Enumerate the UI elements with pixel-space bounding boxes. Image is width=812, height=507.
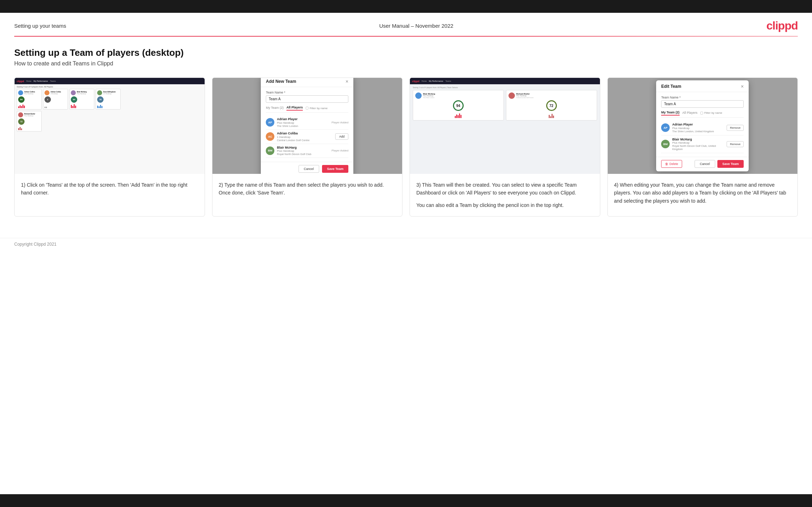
mock-nav-myperformance-3: My Performance — [429, 80, 443, 82]
card-4: Edit Team × Team Name * My Team (2) All … — [607, 78, 798, 217]
modal-player-handicap-3: Plus Handicap — [277, 149, 311, 153]
modal-2-cancel-button[interactable]: Cancel — [299, 165, 319, 173]
modal-4-save-button[interactable]: Save Team — [717, 160, 744, 168]
mock-team-player-info-1: Blair McHarg Plus Handicap The Shire Lon… — [423, 93, 435, 98]
edit-player-item-2: BM Blair McHarg Plus Handicap Royal Nort… — [661, 135, 744, 154]
modal-4-footer-right: Cancel Save Team — [695, 160, 744, 168]
mock-nav-players: Teams — [50, 80, 56, 82]
modal-2-save-button[interactable]: Save Team — [322, 165, 348, 173]
modal-player-item-4: DB Dave Billingham 1.5 Handicap The Ding… — [266, 158, 348, 158]
modal-4-close-icon[interactable]: × — [741, 84, 744, 89]
edit-player-club-2: Royal North Devon Golf Club, United King… — [672, 144, 727, 151]
mock-player-detail-1: Plus Handicap — [24, 93, 35, 95]
mock-score-3: 94 — [71, 96, 77, 103]
mock-score-2: 0 — [44, 96, 51, 103]
mock-bar — [46, 107, 47, 108]
modal-2-box: Add New Team × Team Name * My Team (2) A… — [261, 78, 353, 174]
modal-2-footer: Cancel Save Team — [261, 162, 353, 174]
modal-2-close-icon[interactable]: × — [346, 79, 348, 84]
mock-bar — [21, 106, 22, 108]
mock-bar — [97, 106, 98, 108]
modal-2-tab-allplayers[interactable]: All Players — [286, 106, 303, 111]
modal-player-handicap-2: 1 Handicap — [277, 135, 310, 139]
remove-player-button-1[interactable]: Remove — [727, 125, 744, 131]
header-logo-area: clippd — [766, 19, 798, 32]
edit-player-details-1: Adrian Player Plus Handicap The Shire Lo… — [672, 123, 714, 133]
modal-4-wrap: Edit Team × Team Name * My Team (2) All … — [608, 78, 798, 174]
card-2-step-text: 2) Type the name of this Team and then s… — [219, 182, 384, 196]
mock-bar — [71, 105, 72, 108]
modal-4-body: Team Name * My Team (2) All Players Filt… — [656, 92, 749, 157]
modal-4-team-name-input[interactable] — [661, 100, 744, 108]
modal-2-wrap: Add New Team × Team Name * My Team (2) A… — [212, 78, 402, 174]
mock-bar — [456, 114, 457, 118]
mock-score-ring-wrap-1: 94 — [415, 100, 501, 111]
mock-bar — [20, 127, 21, 130]
modal-4-tab-myteam[interactable]: My Team (2) — [661, 111, 679, 116]
modal-player-item-2: AC Adrian Coliba 1 Handicap Central Lond… — [266, 130, 348, 144]
mock-nav-teams-3: Teams — [445, 80, 451, 82]
edit-player-item-1: AP Adrian Player Plus Handicap The Shire… — [661, 121, 744, 135]
mock-bars-3 — [71, 104, 76, 108]
copyright-text: Copyright Clippd 2021 — [14, 242, 57, 247]
modal-player-club-2: Central London Golf Centre — [277, 139, 310, 142]
mock-player-card-3: Blair McHarg Plus Handicap 94 — [69, 89, 94, 110]
modal-4-filter: Filter by name — [700, 111, 722, 114]
modal-4-footer: 🗑 Delete Cancel Save Team — [656, 157, 749, 171]
card-4-step-text: 4) When editing your Team, you can chang… — [614, 182, 786, 204]
modal-player-club-3: Royal North Devon Golf Club — [277, 153, 311, 156]
clippd-logo: clippd — [766, 19, 798, 32]
modal-2-team-name-input[interactable] — [266, 95, 348, 103]
card-3-text: 3) This Team will then be created. You c… — [410, 174, 600, 216]
mock-player-detail-5: Plus Handicap — [24, 115, 35, 117]
mock-bars-1 — [18, 104, 25, 108]
remove-player-button-2[interactable]: Remove — [727, 141, 744, 147]
header: Setting up your teams User Manual – Nove… — [0, 13, 812, 36]
modal-player-avatar-2: AC — [266, 132, 274, 141]
modal-2-tabs: My Team (2) All Players Filter by name — [266, 106, 348, 113]
mock-player-detail-3: Plus Handicap — [77, 93, 87, 95]
modal-add-button-2[interactable]: Add — [335, 133, 348, 140]
mock-bar — [553, 116, 554, 118]
modal-player-handicap-1: Plus Handicap — [277, 121, 298, 124]
mock-bar — [21, 128, 22, 130]
mock-players-row-2: Richard Butler Plus Handicap 72 — [17, 111, 202, 132]
modal-2-title: Add New Team — [266, 79, 296, 84]
mock-bar — [44, 107, 46, 108]
card-1-screenshot: clippd Home My Performance Teams Seeing … — [15, 78, 205, 174]
edit-player-avatar-1: AP — [661, 123, 670, 132]
mock-player-card-1: Adrian Collins Plus Handicap 84 — [17, 89, 42, 110]
mock-bar — [24, 106, 25, 108]
mock-score-4: 78 — [97, 96, 104, 103]
card-3-step-text-1: 3) This Team will then be created. You c… — [416, 181, 594, 197]
delete-team-button[interactable]: 🗑 Delete — [661, 160, 682, 168]
mock-nav-teams: My Performance — [33, 80, 48, 82]
modal-2-tab-myteam[interactable]: My Team (2) — [266, 106, 284, 110]
trash-icon: 🗑 — [665, 162, 668, 166]
mock-nav-home: Home — [26, 80, 32, 82]
modal-2-player-list: AP Adrian Player Plus Handicap The Shire… — [266, 116, 348, 158]
filter-checkbox-icon — [306, 107, 309, 110]
modal-player-club-1: The Shire London — [277, 124, 298, 128]
edit-player-info-2: BM Blair McHarg Plus Handicap Royal Nort… — [661, 138, 727, 151]
modal-player-item-3: BM Blair McHarg Plus Handicap Royal Nort… — [266, 144, 348, 158]
mock-subtitle-3: Seeing 2 out of 4 players from: All Play… — [413, 86, 597, 89]
mock-bar — [458, 115, 459, 118]
modal-player-details-1: Adrian Player Plus Handicap The Shire Lo… — [277, 117, 298, 128]
modal-player-name-text-2: Adrian Coliba — [277, 132, 310, 135]
mock-player-card-5: Richard Butler Plus Handicap 72 — [17, 111, 42, 132]
card-2-text: 2) Type the name of this Team and then s… — [212, 174, 402, 216]
mock-player-detail-2: 1 Handicap — [51, 93, 61, 95]
modal-4-title: Edit Team — [661, 84, 681, 89]
modal-player-item-1: AP Adrian Player Plus Handicap The Shire… — [266, 116, 348, 130]
header-section-label: Setting up your teams — [14, 23, 66, 29]
modal-4-team-name-label: Team Name * — [661, 96, 744, 99]
modal-4-cancel-button[interactable]: Cancel — [695, 160, 715, 168]
mock-team-club-1: The Shire London — [423, 97, 435, 98]
modal-4-tab-allplayers[interactable]: All Players — [682, 111, 698, 115]
mock-content-1: Seeing 4 out of 4 players from: All Play… — [15, 84, 205, 174]
modal-player-info-3: BM Blair McHarg Plus Handicap Royal Nort… — [266, 146, 311, 156]
card-2: Add New Team × Team Name * My Team (2) A… — [212, 78, 403, 217]
mock-bar — [18, 128, 19, 130]
modal-2-filter: Filter by name — [306, 107, 328, 110]
